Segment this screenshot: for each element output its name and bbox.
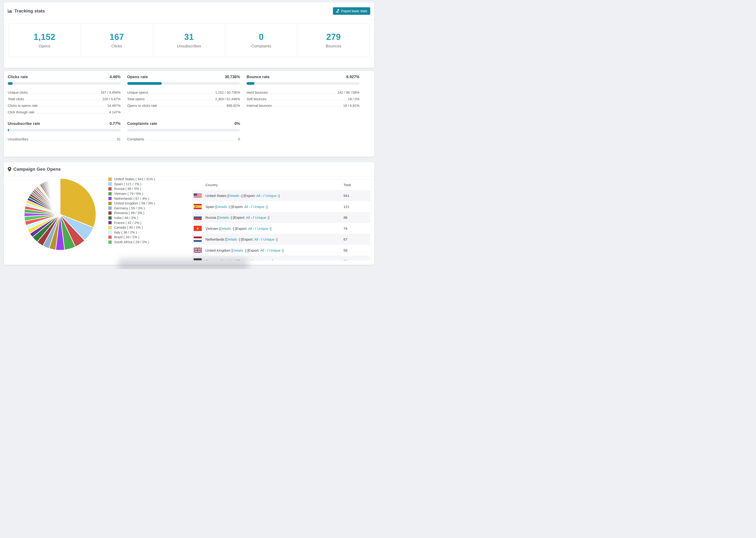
geo-header: Campaign Geo Opens bbox=[4, 162, 374, 176]
export-all-link-germany[interactable]: All › bbox=[249, 259, 256, 260]
export-all-link-vietnam[interactable]: All › bbox=[248, 226, 254, 230]
export-all-link-spain[interactable]: All › bbox=[244, 204, 250, 208]
stat-value-unsubscribes: 31 bbox=[184, 32, 194, 42]
export-unique-link-spain[interactable]: Unique › bbox=[253, 204, 266, 208]
legend-label: Germany ( 55 / 3% ) bbox=[114, 206, 145, 210]
table-row-spain: Spain [Details ›] [Export: All › / Uniqu… bbox=[192, 201, 370, 212]
rate-row-unique-clicks: Unique clicks167 / 4.456% bbox=[8, 89, 121, 96]
table-row-vietnam: Vietnam [Details ›] [Export: All › / Uni… bbox=[192, 223, 370, 234]
details-link-united-kingdom[interactable]: Details › bbox=[233, 248, 245, 252]
table-row-united-states: United States [Details ›] [Export: All ›… bbox=[192, 190, 370, 201]
progress-fill bbox=[8, 129, 9, 132]
legend-label: India ( 46 / 3% ) bbox=[114, 216, 138, 220]
rate-rows: Unique opens1,152 / 30.736%Total opens2,… bbox=[127, 89, 240, 109]
export-unique-link-germany[interactable]: Unique › bbox=[259, 259, 272, 260]
rate-head-unsubscribe-rate: Unsubscribe rate0.77% bbox=[8, 121, 121, 126]
legend-swatch bbox=[108, 206, 112, 210]
rate-head-clicks-rate: Clicks rate4.46% bbox=[8, 75, 121, 79]
rate-block-complaints-rate: Complaints rate0%Complaints0 bbox=[127, 121, 240, 142]
us-flag-icon bbox=[194, 193, 202, 198]
stat-label-unsubscribes: Unsubscribes bbox=[177, 44, 201, 49]
total-cell-germany: 55 bbox=[344, 259, 348, 260]
export-unique-link-netherlands[interactable]: Unique › bbox=[263, 237, 277, 241]
column-header-total: Total bbox=[344, 183, 351, 187]
rate-row-value: 18 / 0% bbox=[348, 97, 359, 101]
rate-row-label: Soft bounces bbox=[246, 97, 266, 101]
table-row-netherlands: Netherlands [Details ›] [Export: All › /… bbox=[192, 234, 370, 245]
export-all-link-russia[interactable]: All › bbox=[246, 215, 252, 219]
legend-label: Romania ( 49 / 3% ) bbox=[114, 211, 144, 215]
details-link-vietnam[interactable]: Details › bbox=[220, 226, 233, 230]
rate-head-complaints-rate: Complaints rate0% bbox=[127, 121, 240, 126]
export-unique-link-russia[interactable]: Unique › bbox=[255, 215, 268, 219]
rate-row-label: Clicks to opens rate bbox=[8, 104, 37, 108]
rate-row-value: 31 bbox=[117, 137, 121, 141]
rate-row-value: 14.497% bbox=[107, 104, 121, 108]
details-link-spain[interactable]: Details › bbox=[216, 204, 229, 208]
rate-block-opens-rate: Opens rate30.736%Unique opens1,152 / 30.… bbox=[127, 75, 240, 116]
geo-title: Campaign Geo Opens bbox=[13, 167, 61, 172]
export-basic-stats-button[interactable]: Export basic stats bbox=[333, 7, 370, 15]
gb-flag-icon bbox=[194, 247, 202, 253]
bottom-shadow-blur bbox=[117, 259, 249, 269]
stat-label-bounces: Bounces bbox=[326, 44, 341, 49]
export-unique-link-vietnam[interactable]: Unique › bbox=[257, 226, 270, 230]
table-row-united-kingdom: United Kingdom [Details ›] [Export: All … bbox=[192, 245, 370, 256]
rate-value: 0% bbox=[234, 121, 240, 126]
stat-label-clicks: Clicks bbox=[112, 44, 122, 49]
total-cell-united-states: 541 bbox=[344, 194, 350, 198]
legend-item-south-africa: South Africa ( 29 / 2% ) bbox=[108, 240, 155, 244]
campaign-geo-opens-card: Campaign Geo Opens United States ( 541 /… bbox=[4, 162, 374, 265]
legend-item-romania: Romania ( 49 / 3% ) bbox=[108, 211, 155, 215]
rate-row-total-clicks: Total clicks220 / 5.87% bbox=[8, 96, 121, 102]
legend-label: Netherlands ( 67 / 4% ) bbox=[114, 197, 149, 200]
stat-value-complaints: 0 bbox=[259, 32, 264, 42]
geo-pie-chart[interactable] bbox=[24, 178, 97, 251]
rate-row-label: Unsubscribes bbox=[8, 137, 28, 141]
export-all-link-united-kingdom[interactable]: All › bbox=[260, 248, 266, 252]
stat-value-bounces: 279 bbox=[326, 32, 341, 42]
details-link-netherlands[interactable]: Details › bbox=[226, 237, 239, 241]
geo-table-header: Country Total bbox=[192, 180, 370, 190]
rate-block-bounce-rate: Bounce rate6.927%Hard bounces242 / 86.73… bbox=[246, 75, 359, 116]
rate-title: Unsubscribe rate bbox=[8, 121, 40, 126]
export-unique-link-united-kingdom[interactable]: Unique › bbox=[269, 248, 283, 252]
legend-item-canada: Canada ( 40 / 2% ) bbox=[108, 225, 155, 230]
details-link-united-states[interactable]: Details › bbox=[229, 194, 242, 198]
stat-value-clicks: 167 bbox=[109, 32, 124, 42]
rate-row-unsubscribes: Unsubscribes31 bbox=[8, 136, 121, 142]
export-all-link-netherlands[interactable]: All › bbox=[254, 237, 260, 241]
rate-row-clicks-to-opens-rate: Clicks to opens rate14.497% bbox=[8, 102, 121, 109]
rate-rows: Unsubscribes31 bbox=[8, 136, 121, 142]
stat-cell-complaints: 0Complaints bbox=[225, 24, 297, 57]
legend-label: Canada ( 40 / 2% ) bbox=[114, 226, 143, 229]
legend-swatch bbox=[108, 241, 112, 244]
details-link-russia[interactable]: Details › bbox=[218, 215, 231, 219]
rate-row-label: Hard bounces bbox=[246, 91, 268, 94]
rate-rows: Hard bounces242 / 86.738%Soft bounces18 … bbox=[246, 89, 359, 109]
geo-legend: United States ( 541 / 31% )Spain ( 121 /… bbox=[108, 177, 155, 244]
progress-fill bbox=[8, 82, 13, 85]
rate-head-bounce-rate: Bounce rate6.927% bbox=[246, 75, 359, 79]
export-all-link-united-states[interactable]: All › bbox=[256, 194, 262, 198]
rate-row-unique-opens: Unique opens1,152 / 30.736% bbox=[127, 89, 240, 96]
country-cell-spain: Spain [Details ›] [Export: All › / Uniqu… bbox=[205, 204, 267, 208]
legend-swatch bbox=[108, 202, 112, 205]
rate-row-value: 167 / 4.456% bbox=[100, 91, 121, 94]
geo-table: Country Total United States [Details ›] … bbox=[192, 179, 370, 260]
dotted-leader bbox=[268, 100, 346, 100]
stat-label-opens: Opens bbox=[38, 44, 50, 49]
rate-row-value: 19 / 6.81% bbox=[343, 104, 359, 108]
rate-row-value: 689.82% bbox=[227, 104, 240, 108]
rate-head-opens-rate: Opens rate30.736% bbox=[127, 75, 240, 79]
tracking-stats-card: Tracking stats Export basic stats 1,152O… bbox=[4, 2, 374, 68]
legend-label: Spain ( 121 / 7% ) bbox=[114, 182, 141, 186]
rate-row-complaints: Complaints0 bbox=[127, 136, 240, 142]
rates-card: Clicks rate4.46%Unique clicks167 / 4.456… bbox=[4, 71, 374, 157]
country-cell-united-states: United States [Details ›] [Export: All ›… bbox=[205, 194, 280, 198]
legend-swatch bbox=[108, 221, 112, 224]
rate-value: 4.46% bbox=[110, 75, 121, 79]
legend-swatch bbox=[108, 192, 112, 195]
rate-row-soft-bounces: Soft bounces18 / 0% bbox=[246, 96, 359, 102]
export-unique-link-united-states[interactable]: Unique › bbox=[265, 194, 279, 198]
